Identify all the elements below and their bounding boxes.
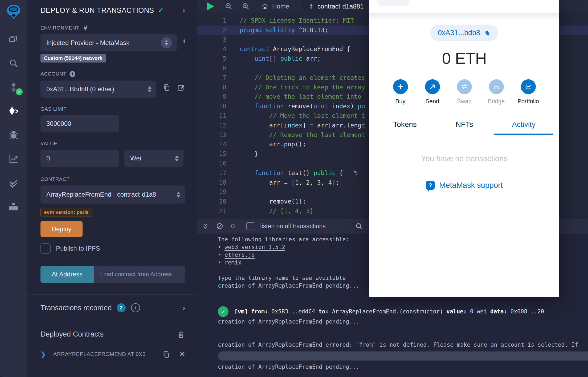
- contract-value: ArrayReplaceFromEnd - contract-d1a8: [46, 191, 177, 198]
- transactions-info-icon[interactable]: [131, 303, 140, 312]
- account-address: 0xA31...bdb8: [438, 29, 480, 37]
- line-number: 18: [197, 178, 226, 188]
- account-select[interactable]: 0xA31...Bbdb8 (0 ether): [40, 81, 156, 98]
- sign-message-icon[interactable]: [177, 84, 185, 92]
- environment-value: Injected Provider - MetaMask: [46, 39, 161, 47]
- line-number: 9: [197, 92, 226, 102]
- gas-limit-value: 3000000: [46, 120, 71, 127]
- deploy-button[interactable]: Deploy: [40, 221, 83, 237]
- file-explorer-icon[interactable]: [7, 33, 20, 46]
- tab-home-label: Home: [272, 3, 289, 10]
- publish-ipfs-checkbox[interactable]: [40, 243, 51, 254]
- terminal-log-line: creation of ArrayReplaceFromEnd errored:…: [218, 341, 588, 349]
- environment-label: ENVIRONMENT: [40, 25, 79, 31]
- line-number: 2: [197, 26, 226, 35]
- line-number: 19: [197, 187, 226, 197]
- publish-ipfs-label: Publish to IPFS: [56, 245, 100, 252]
- divider: [34, 369, 169, 369]
- search-icon[interactable]: [7, 57, 20, 70]
- portfolio-button[interactable]: Portfolio: [517, 79, 540, 105]
- chevron-updown-icon: [177, 192, 180, 198]
- add-account-icon[interactable]: [69, 71, 76, 77]
- contract-select[interactable]: ArrayReplaceFromEnd - contract-d1a8: [40, 185, 185, 204]
- copy-address-icon[interactable]: [162, 350, 170, 358]
- line-number: 7: [197, 73, 226, 83]
- value-unit-select[interactable]: Wei: [124, 150, 183, 167]
- line-number: 1: [197, 16, 226, 26]
- listen-all-label: listen on all transactions: [260, 223, 325, 230]
- action-label: Swap: [453, 98, 476, 105]
- terminal-log-line: creation of ArrayReplaceFromEnd pending.…: [218, 363, 588, 371]
- line-number: 11: [197, 111, 226, 121]
- value-label: VALUE: [40, 141, 57, 147]
- at-address-button[interactable]: At Address: [40, 266, 94, 283]
- trash-icon[interactable]: [177, 330, 185, 338]
- buy-button[interactable]: Buy: [389, 79, 412, 105]
- listen-all-checkbox[interactable]: [246, 222, 254, 230]
- deployed-contract-name: ARRAYREPLACEFROMEND AT 0X3: [53, 351, 146, 357]
- empty-transactions-text: You have no transactions: [369, 154, 559, 163]
- line-number: 13: [197, 130, 226, 140]
- transactions-recorded-label: Transactions recorded: [40, 304, 112, 312]
- solidity-compiler-icon[interactable]: [7, 81, 20, 94]
- support-question-icon: [426, 181, 435, 190]
- pending-tx-count: 0: [231, 222, 235, 230]
- remove-contract-icon[interactable]: [179, 350, 185, 358]
- terminal-scrollbar[interactable]: [218, 351, 588, 361]
- account-label: ACCOUNT: [40, 71, 66, 77]
- environment-select[interactable]: Injected Provider - MetaMask: [40, 34, 177, 51]
- copy-account-icon[interactable]: [163, 84, 171, 92]
- analytics-icon[interactable]: [7, 153, 20, 165]
- support-link-label: MetaMask support: [439, 181, 503, 190]
- deploy-run-panel: DEPLOY & RUN TRANSACTIONS ENVIRONMENT In…: [27, 0, 197, 377]
- send-button[interactable]: Send: [421, 79, 444, 105]
- divider: [27, 321, 197, 321]
- static-analysis-icon[interactable]: [7, 177, 20, 189]
- network-pill[interactable]: [377, 0, 409, 6]
- zoom-in-icon[interactable]: [242, 2, 250, 10]
- metamask-support-link[interactable]: MetaMask support: [369, 181, 559, 190]
- transactions-expand-icon[interactable]: [183, 304, 185, 312]
- at-address-input[interactable]: Load contract from Address: [94, 266, 185, 283]
- line-number: 21: [197, 206, 226, 216]
- tab-nfts[interactable]: NFTs: [435, 120, 494, 135]
- eth-balance: 0 ETH: [369, 49, 559, 68]
- plus-icon: [393, 79, 408, 94]
- expand-contract-icon[interactable]: [40, 351, 46, 358]
- gas-limit-label: GAS LIMIT: [40, 106, 67, 112]
- value-input[interactable]: 0: [40, 150, 119, 167]
- gas-limit-input[interactable]: 3000000: [40, 115, 119, 132]
- panel-expand-icon[interactable]: [183, 6, 185, 15]
- debugger-icon[interactable]: [7, 129, 20, 142]
- tab-tokens[interactable]: Tokens: [375, 120, 435, 135]
- line-number: 15: [197, 149, 226, 159]
- deployed-contract-row[interactable]: ARRAYREPLACEFROMEND AT 0X3: [40, 350, 185, 358]
- terminal-blank-line: [218, 333, 588, 341]
- action-label: Send: [421, 98, 444, 105]
- success-check-icon: [218, 306, 228, 317]
- expand-terminal-icon[interactable]: [202, 223, 209, 230]
- deploy-run-icon[interactable]: [7, 105, 20, 118]
- bridge-button[interactable]: Bridge: [485, 79, 508, 105]
- terminal-search-icon[interactable]: [355, 222, 363, 230]
- tab-activity[interactable]: Activity: [494, 120, 553, 135]
- account-address-pill[interactable]: 0xA31...bdb8: [430, 25, 498, 41]
- swap-button[interactable]: Swap: [453, 79, 476, 105]
- remix-logo-icon[interactable]: [4, 3, 23, 22]
- zoom-out-icon[interactable]: [225, 2, 233, 10]
- metamask-header: [369, 0, 559, 13]
- line-number: 5: [197, 54, 226, 64]
- copy-icon: [484, 30, 491, 36]
- evm-version-badge: evm version: paris: [40, 208, 92, 217]
- environment-info-icon[interactable]: [183, 37, 185, 45]
- tab-home[interactable]: Home: [261, 0, 296, 13]
- metamask-popup: 0xA31...bdb8 0 ETH BuySendSwapBridgePort…: [369, 0, 559, 297]
- plugin-manager-icon[interactable]: [7, 201, 20, 213]
- line-number: 14: [197, 140, 226, 149]
- clear-terminal-icon[interactable]: [216, 223, 223, 230]
- run-script-icon[interactable]: [207, 2, 214, 10]
- line-number: 3: [197, 35, 226, 45]
- tab-contract-label: contract-d1a881: [317, 3, 364, 10]
- icon-sidebar: [0, 0, 27, 377]
- line-number: 10: [197, 102, 226, 111]
